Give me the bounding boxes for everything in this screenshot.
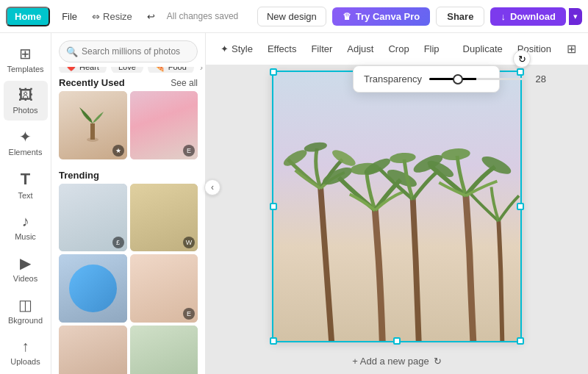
sidebar-item-templates[interactable]: ⊞ Templates	[4, 39, 48, 79]
new-design-button[interactable]: New design	[257, 7, 326, 26]
adjust-button[interactable]: Adjust	[341, 40, 379, 58]
home-button[interactable]: Home	[6, 7, 50, 26]
search-input[interactable]	[59, 40, 198, 62]
transparency-value: 28	[531, 73, 546, 84]
flip-button[interactable]: Flip	[418, 40, 445, 58]
sidebar-item-photos[interactable]: 🖼 Photos	[4, 81, 48, 121]
trending-photo-4[interactable]: E	[130, 254, 198, 323]
rotate-button[interactable]: ↻	[513, 50, 531, 68]
search-icon: 🔍	[66, 46, 78, 57]
food-emoji: 🍕	[155, 67, 165, 72]
sidebar-item-uploads[interactable]: ↑ Uploads	[4, 332, 48, 372]
chip-heart[interactable]: ❤️ Heart	[59, 67, 107, 73]
trending-photo-1-badge: £	[112, 237, 124, 248]
trending-photo-3[interactable]	[59, 254, 127, 323]
trending-header: Trending	[51, 165, 205, 184]
add-page-button[interactable]: + Add a new page ↻	[352, 356, 441, 367]
collapse-panel-button[interactable]: ‹	[204, 179, 220, 195]
image-toolbar: ✦ Style Effects Filter Adjust Crop Flip …	[206, 33, 588, 65]
style-button[interactable]: ✦ Style	[215, 40, 259, 58]
canvas-area: ✦ Style Effects Filter Adjust Crop Flip …	[206, 33, 588, 374]
sidebar-item-label: Uploads	[10, 357, 40, 366]
share-button[interactable]: Share	[436, 7, 484, 26]
sidebar-item-label: Videos	[13, 274, 37, 283]
lock-icon-button[interactable]: 🔒	[583, 38, 588, 60]
text-icon: T	[21, 170, 30, 189]
trending-photo-2-badge: W	[183, 237, 195, 248]
canvas-content: ↻	[206, 65, 588, 348]
trending-title: Trending	[59, 170, 99, 181]
recently-used-grid: ★ E	[51, 91, 205, 165]
topbar: Home File ⇔ Resize ↩ All changes saved N…	[0, 0, 588, 33]
resize-button[interactable]: ⇔ Resize	[86, 8, 138, 25]
recently-used-header: Recently Used See all	[51, 73, 205, 91]
handle-middle-right[interactable]	[517, 203, 524, 210]
sidebar-item-music[interactable]: ♪ Music	[4, 207, 48, 247]
crown-icon: ♛	[343, 11, 351, 22]
download-icon: ↓	[501, 11, 506, 22]
svg-point-4	[330, 147, 358, 169]
videos-icon: ▶	[20, 254, 31, 272]
trending-photo-1[interactable]: £	[59, 184, 127, 252]
handle-middle-left[interactable]	[270, 203, 277, 210]
filter-button[interactable]: Filter	[305, 40, 338, 58]
transparency-label: Transparency	[364, 73, 422, 84]
sidebar-item-label: Music	[15, 232, 36, 241]
grid-icon-button[interactable]: ⊞	[563, 38, 580, 60]
trending-grid: £ W E	[51, 184, 205, 375]
svg-point-9	[390, 152, 417, 165]
handle-top-left[interactable]	[270, 68, 277, 76]
style-icon: ✦	[220, 43, 229, 54]
photos-icon: 🖼	[18, 87, 33, 104]
sidebar-item-label: Bkground	[8, 316, 43, 325]
sidebar-item-videos[interactable]: ▶ Videos	[4, 248, 48, 289]
recent-photo-2[interactable]: E	[130, 91, 198, 159]
photo-panel: 🔍 ❤️ Heart Love 🍕 Food › Recently Used S…	[51, 33, 206, 374]
transparency-slider[interactable]	[429, 78, 524, 80]
undo-icon: ↩	[147, 11, 155, 22]
templates-icon: ⊞	[19, 45, 32, 62]
recent-photo-1-badge: ★	[112, 145, 124, 157]
handle-bottom-left[interactable]	[270, 337, 277, 345]
transparency-popup: Transparency 28	[353, 65, 500, 93]
uploads-icon: ↑	[22, 338, 29, 355]
saved-status: All changes saved	[167, 11, 238, 21]
download-button[interactable]: ↓ Download	[490, 7, 566, 26]
elements-icon: ✦	[19, 128, 32, 145]
music-icon: ♪	[22, 213, 29, 230]
recently-used-title: Recently Used	[59, 77, 125, 88]
canvas-footer: + Add a new page ↻	[206, 348, 588, 374]
search-wrapper: 🔍	[59, 40, 198, 62]
file-button[interactable]: File	[56, 8, 83, 25]
canvas-page[interactable]: ↻	[272, 71, 522, 342]
sidebar-item-label: Elements	[9, 148, 43, 157]
trending-photo-5[interactable]	[59, 326, 127, 375]
svg-rect-1	[90, 123, 95, 140]
add-page-icon: ↻	[434, 356, 442, 367]
chip-food[interactable]: 🍕 Food	[148, 67, 194, 73]
sidebar-item-label: Text	[18, 191, 32, 200]
effects-button[interactable]: Effects	[262, 40, 303, 58]
undo-button[interactable]: ↩	[141, 8, 161, 25]
svg-point-12	[441, 147, 471, 161]
sidebar-item-elements[interactable]: ✦ Elements	[4, 122, 48, 162]
trending-photo-6[interactable]	[130, 326, 198, 375]
recently-used-see-all[interactable]: See all	[171, 78, 198, 88]
try-pro-button[interactable]: ♛ Try Canva Pro	[332, 7, 430, 26]
topbar-right: New design ♛ Try Canva Pro Share ↓ Downl…	[257, 7, 582, 26]
recent-photo-1[interactable]: ★	[59, 91, 127, 159]
search-bar: 🔍	[51, 33, 205, 67]
sidebar-item-text[interactable]: T Text	[4, 164, 48, 206]
crop-button[interactable]: Crop	[382, 40, 415, 58]
handle-bottom-right[interactable]	[517, 337, 524, 345]
trending-photo-4-badge: E	[183, 308, 195, 320]
chips-next-arrow[interactable]: ›	[198, 67, 204, 73]
download-arrow-button[interactable]: ▾	[569, 8, 582, 25]
category-chips: ❤️ Heart Love 🍕 Food ›	[51, 67, 205, 73]
sidebar-item-label: Templates	[7, 65, 43, 73]
trending-photo-2[interactable]: W	[130, 184, 198, 252]
chip-love[interactable]: Love	[111, 67, 143, 73]
duplicate-button[interactable]: Duplicate	[457, 40, 509, 58]
handle-bottom-middle[interactable]	[393, 337, 401, 345]
sidebar-item-background[interactable]: ◫ Bkground	[4, 290, 48, 331]
